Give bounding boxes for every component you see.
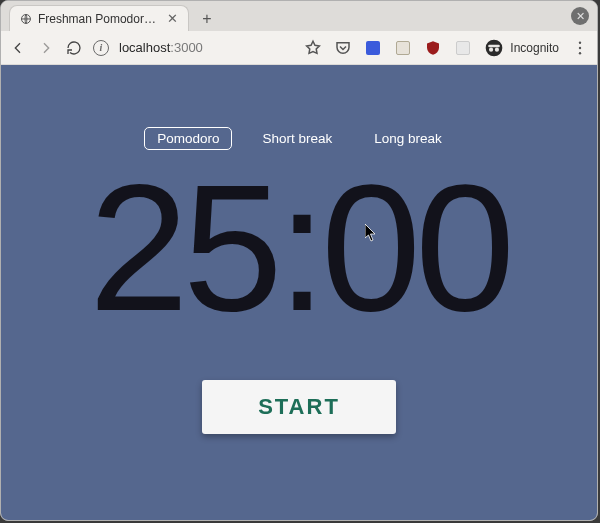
browser-window: Freshman Pomodoro Cloc ✕ + ✕ i localhost… — [0, 0, 598, 521]
svg-point-5 — [579, 41, 581, 43]
url-port: :3000 — [170, 40, 203, 55]
incognito-label: Incognito — [510, 41, 559, 55]
svg-rect-4 — [488, 44, 500, 47]
globe-icon — [20, 12, 32, 26]
url-host: localhost — [119, 40, 170, 55]
tab-title: Freshman Pomodoro Cloc — [38, 12, 157, 26]
svg-point-2 — [489, 47, 493, 51]
start-button[interactable]: START — [202, 380, 396, 434]
ublock-icon[interactable] — [424, 39, 442, 57]
tab-bar: Freshman Pomodoro Cloc ✕ + ✕ — [1, 1, 597, 31]
address-bar: i localhost:3000 — [1, 31, 597, 65]
timer-display: 25:00 — [89, 158, 509, 338]
extension-icon-2[interactable] — [394, 39, 412, 57]
site-info-icon[interactable]: i — [93, 40, 109, 56]
new-tab-button[interactable]: + — [195, 7, 219, 31]
back-button[interactable] — [9, 39, 27, 57]
extension-icon-1[interactable] — [364, 39, 382, 57]
menu-icon[interactable] — [571, 39, 589, 57]
browser-tab[interactable]: Freshman Pomodoro Cloc ✕ — [9, 5, 189, 31]
incognito-indicator: Incognito — [484, 38, 559, 58]
svg-point-3 — [495, 47, 499, 51]
reload-button[interactable] — [65, 39, 83, 57]
extension-icon-3[interactable] — [454, 39, 472, 57]
forward-button[interactable] — [37, 39, 55, 57]
page-content: Pomodoro Short break Long break 25:00 ST… — [1, 65, 597, 520]
close-tab-icon[interactable]: ✕ — [167, 11, 178, 26]
star-icon[interactable] — [304, 39, 322, 57]
window-close-button[interactable]: ✕ — [571, 7, 589, 25]
url-display[interactable]: localhost:3000 — [119, 40, 294, 55]
svg-point-7 — [579, 52, 581, 54]
toolbar-right: Incognito — [304, 38, 589, 58]
svg-point-1 — [486, 39, 503, 56]
svg-point-6 — [579, 46, 581, 48]
pocket-icon[interactable] — [334, 39, 352, 57]
